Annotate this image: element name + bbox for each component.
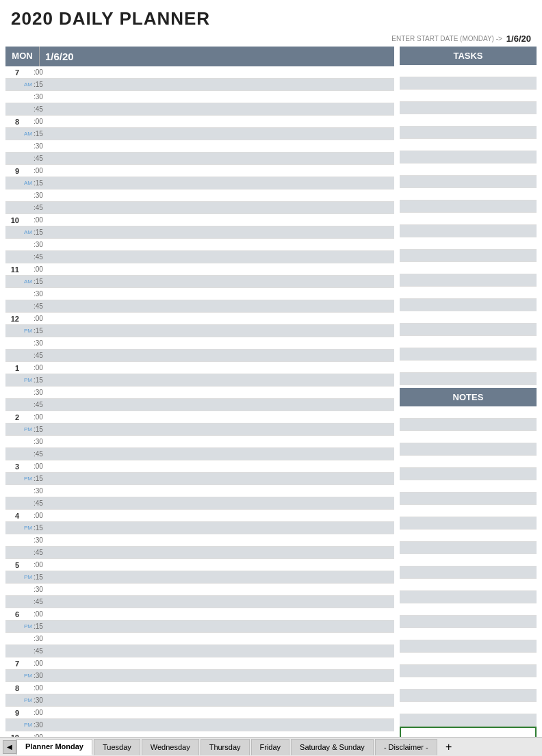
time-cell[interactable] bbox=[49, 276, 394, 287]
time-cell[interactable] bbox=[49, 337, 394, 349]
task-row[interactable] bbox=[400, 164, 537, 176]
note-row[interactable] bbox=[400, 530, 537, 542]
time-cell[interactable] bbox=[49, 436, 394, 447]
note-row[interactable] bbox=[400, 505, 537, 517]
task-row[interactable] bbox=[400, 151, 537, 164]
note-row[interactable] bbox=[400, 591, 537, 603]
task-row[interactable] bbox=[400, 139, 537, 151]
time-cell[interactable] bbox=[49, 313, 394, 324]
time-cell[interactable] bbox=[49, 510, 394, 521]
time-cell[interactable] bbox=[49, 448, 394, 460]
time-cell[interactable] bbox=[49, 719, 394, 731]
task-row[interactable] bbox=[400, 65, 537, 77]
tab-wednesday[interactable]: Wednesday bbox=[142, 739, 199, 755]
note-row[interactable] bbox=[400, 468, 537, 480]
time-cell[interactable] bbox=[49, 633, 394, 644]
time-cell[interactable] bbox=[49, 116, 394, 127]
task-row[interactable] bbox=[400, 361, 537, 373]
note-row[interactable] bbox=[400, 443, 537, 456]
time-cell[interactable] bbox=[49, 423, 394, 435]
time-cell[interactable] bbox=[49, 374, 394, 386]
task-row[interactable] bbox=[400, 250, 537, 262]
task-row[interactable] bbox=[400, 373, 537, 385]
task-row[interactable] bbox=[400, 262, 537, 274]
task-row[interactable] bbox=[400, 188, 537, 200]
note-row[interactable] bbox=[400, 690, 537, 702]
time-cell[interactable] bbox=[49, 534, 394, 546]
note-row[interactable] bbox=[400, 542, 537, 554]
time-cell[interactable] bbox=[49, 300, 394, 312]
time-cell[interactable] bbox=[49, 621, 394, 632]
task-row[interactable] bbox=[400, 287, 537, 299]
task-row[interactable] bbox=[400, 213, 537, 225]
time-cell[interactable] bbox=[49, 153, 394, 164]
task-row[interactable] bbox=[400, 274, 537, 287]
task-row[interactable] bbox=[400, 77, 537, 90]
tab-add-button[interactable]: + bbox=[441, 740, 456, 755]
time-cell[interactable] bbox=[49, 645, 394, 657]
time-cell[interactable] bbox=[49, 670, 394, 681]
time-cell[interactable] bbox=[49, 263, 394, 275]
task-row[interactable] bbox=[400, 114, 537, 127]
time-cell[interactable] bbox=[49, 399, 394, 410]
task-row[interactable] bbox=[400, 311, 537, 324]
time-cell[interactable] bbox=[49, 226, 394, 238]
time-cell[interactable] bbox=[49, 362, 394, 374]
time-cell[interactable] bbox=[49, 91, 394, 103]
time-cell[interactable] bbox=[49, 387, 394, 398]
time-cell[interactable] bbox=[49, 214, 394, 226]
note-row[interactable] bbox=[400, 566, 537, 579]
note-row[interactable] bbox=[400, 554, 537, 566]
time-cell[interactable] bbox=[49, 547, 394, 558]
time-cell[interactable] bbox=[49, 522, 394, 534]
note-row[interactable] bbox=[400, 493, 537, 505]
task-row[interactable] bbox=[400, 348, 537, 361]
time-cell[interactable] bbox=[49, 202, 394, 213]
note-row[interactable] bbox=[400, 653, 537, 665]
note-row[interactable] bbox=[400, 702, 537, 714]
note-row[interactable] bbox=[400, 517, 537, 530]
tab-thursday[interactable]: Thursday bbox=[201, 739, 250, 755]
time-cell[interactable] bbox=[49, 411, 394, 423]
note-row[interactable] bbox=[400, 640, 537, 653]
time-cell[interactable] bbox=[49, 165, 394, 177]
note-row[interactable] bbox=[400, 406, 537, 419]
note-row[interactable] bbox=[400, 579, 537, 591]
time-cell[interactable] bbox=[49, 177, 394, 189]
tab---disclaimer--[interactable]: - Disclaimer - bbox=[375, 739, 437, 755]
time-cell[interactable] bbox=[49, 460, 394, 472]
note-row[interactable] bbox=[400, 616, 537, 628]
time-cell[interactable] bbox=[49, 682, 394, 694]
note-row[interactable] bbox=[400, 628, 537, 640]
note-row[interactable] bbox=[400, 603, 537, 616]
time-cell[interactable] bbox=[49, 485, 394, 497]
tab-tuesday[interactable]: Tuesday bbox=[94, 739, 140, 755]
task-row[interactable] bbox=[400, 299, 537, 311]
task-row[interactable] bbox=[400, 176, 537, 188]
time-cell[interactable] bbox=[49, 140, 394, 152]
time-cell[interactable] bbox=[49, 497, 394, 509]
note-row[interactable] bbox=[400, 456, 537, 468]
time-cell[interactable] bbox=[49, 596, 394, 608]
task-row[interactable] bbox=[400, 237, 537, 250]
time-cell[interactable] bbox=[49, 584, 394, 595]
task-row[interactable] bbox=[400, 324, 537, 336]
time-cell[interactable] bbox=[49, 190, 394, 201]
note-row[interactable] bbox=[400, 419, 537, 431]
time-cell[interactable] bbox=[49, 571, 394, 583]
time-cell[interactable] bbox=[49, 128, 394, 140]
note-row[interactable] bbox=[400, 431, 537, 443]
time-cell[interactable] bbox=[49, 251, 394, 263]
time-cell[interactable] bbox=[49, 473, 394, 484]
note-row[interactable] bbox=[400, 665, 537, 677]
time-cell[interactable] bbox=[49, 288, 394, 300]
task-row[interactable] bbox=[400, 225, 537, 237]
time-cell[interactable] bbox=[49, 239, 394, 250]
tab-planner-monday[interactable]: Planner Monday bbox=[16, 739, 92, 755]
time-cell[interactable] bbox=[49, 707, 394, 718]
time-cell[interactable] bbox=[49, 657, 394, 669]
task-row[interactable] bbox=[400, 336, 537, 348]
task-row[interactable] bbox=[400, 200, 537, 213]
tab-friday[interactable]: Friday bbox=[251, 739, 290, 755]
note-row[interactable] bbox=[400, 677, 537, 690]
